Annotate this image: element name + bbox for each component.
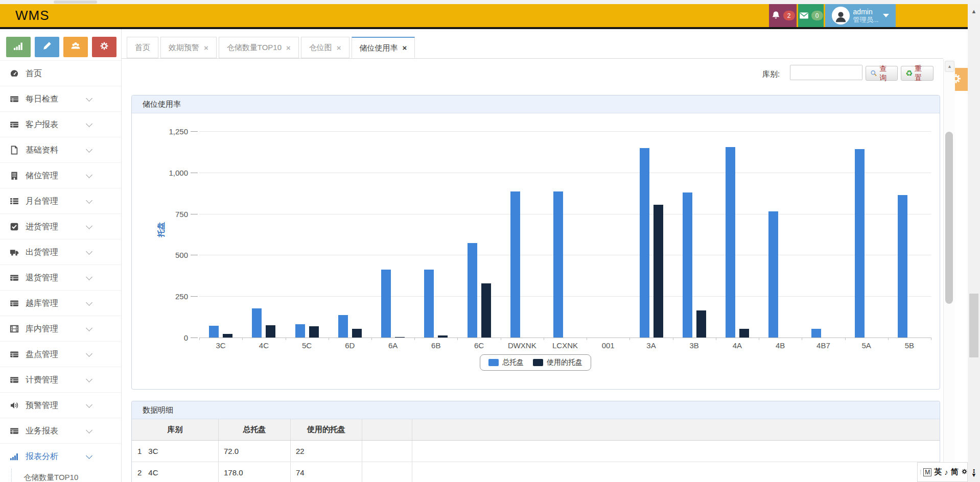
chevron-down-icon [86, 146, 92, 153]
sidebar-item-出货管理[interactable]: 出货管理 [0, 239, 121, 265]
x-tick [457, 338, 458, 340]
chevron-down-icon [86, 223, 92, 229]
sidebar-item-预警管理[interactable]: 预警管理 [0, 392, 121, 418]
x-tick [802, 338, 802, 340]
list-icon [9, 197, 20, 206]
toolbar-settings-button[interactable] [92, 37, 116, 57]
legend-swatch [488, 359, 499, 366]
sidebar-divider [121, 29, 122, 482]
tab-储位使用率[interactable]: 储位使用率× [352, 37, 415, 58]
sidebar-item-库内管理[interactable]: 库内管理 [0, 316, 121, 342]
toolbar-analytics-button[interactable] [6, 37, 31, 57]
table-row[interactable]: 24C 178.0 74 [132, 462, 940, 482]
x-category-label: 3A [646, 341, 656, 350]
x-category-label: 3C [216, 341, 226, 350]
ime-drag-handle[interactable]: ⁞ [920, 469, 921, 476]
y-tick [191, 296, 198, 297]
ime-language-bar[interactable]: ⁞ M英♪简⋮ [917, 462, 968, 482]
chevron-down-icon [86, 325, 92, 331]
sidebar-item-进货管理[interactable]: 进货管理 [0, 213, 121, 239]
browser-scroll-up-arrow[interactable]: ▲ [968, 8, 980, 14]
recycle-icon: ♻ [905, 69, 913, 78]
legend-item[interactable]: 总托盘 [488, 358, 524, 367]
user-menu[interactable]: admin 管理员... [825, 4, 896, 27]
table-row[interactable]: 13C 72.0 22 [132, 441, 940, 462]
tab-仓储数量TOP10[interactable]: 仓储数量TOP10× [219, 37, 299, 58]
notifications-button[interactable]: 2 [769, 4, 797, 27]
sidebar-item-储位管理[interactable]: 储位管理 [0, 162, 121, 188]
ime-item[interactable]: ♪ [944, 468, 948, 476]
chart-legend: 总托盘使用的托盘 [480, 354, 591, 371]
col-header-kubie[interactable]: 库别 [132, 419, 219, 440]
chevron-down-icon [86, 248, 92, 255]
messages-button[interactable]: 0 [798, 4, 824, 27]
y-axis-title: 托盘 [156, 220, 166, 237]
browser-scrollbar[interactable]: ▲ ▼ [968, 4, 980, 482]
tab-仓位图[interactable]: 仓位图× [301, 37, 349, 58]
bar-4A-使用的托盘 [739, 329, 749, 338]
toolbar-edit-button[interactable] [35, 37, 59, 57]
col-header-total[interactable]: 总托盘 [219, 419, 291, 440]
ime-item[interactable]: 英 [934, 467, 942, 477]
table-icon [9, 273, 20, 282]
tab-首页[interactable]: 首页 [127, 37, 158, 58]
sidebar-item-退货管理[interactable]: 退货管理 [0, 264, 121, 291]
toolbar-users-button[interactable] [63, 37, 88, 57]
close-icon[interactable]: × [204, 44, 208, 52]
x-category-label: LCXNK [552, 341, 578, 350]
sidebar-submenu-item-top10[interactable]: 仓储数量TOP10 [0, 469, 121, 482]
bar-3B-总托盘 [683, 192, 692, 338]
content-scrollbar-thumb[interactable] [945, 132, 953, 304]
sidebar-item-基础资料[interactable]: 基础资料 [0, 137, 121, 163]
ime-item[interactable]: 简 [951, 467, 959, 477]
browser-scrollbar-thumb[interactable] [969, 294, 978, 357]
close-icon[interactable]: × [286, 44, 291, 52]
bar-3A-总托盘 [640, 148, 649, 338]
x-category-label: DWXNK [508, 341, 536, 350]
table-icon [9, 94, 20, 104]
sidebar-item-客户报表[interactable]: 客户报表 [0, 111, 121, 137]
sidebar-item-每日检查[interactable]: 每日检查 [0, 86, 121, 112]
x-tick [759, 338, 759, 340]
sidebar-item-报表分析[interactable]: 报表分析 [0, 443, 121, 469]
cell-kubie: 4C [148, 468, 158, 477]
reset-button[interactable]: ♻ 重置 [901, 66, 934, 81]
bar-6D-总托盘 [338, 315, 348, 338]
warehouse-filter-input[interactable] [790, 65, 862, 80]
sidebar-item-越库管理[interactable]: 越库管理 [0, 290, 121, 316]
col-header-used[interactable]: 使用的托盘 [291, 419, 362, 440]
scroll-up-arrow[interactable]: ▲ [945, 61, 954, 72]
bar-4B-总托盘 [768, 211, 778, 338]
cell-used: 22 [291, 441, 362, 462]
chevron-down-icon [86, 120, 92, 127]
sidebar-item-首页[interactable]: 首页 [0, 60, 121, 86]
legend-item[interactable]: 使用的托盘 [533, 358, 582, 367]
username: admin [853, 8, 879, 16]
chevron-down-icon [883, 14, 889, 17]
sidebar-item-计费管理[interactable]: 计费管理 [0, 367, 121, 393]
sidebar-item-业务报表[interactable]: 业务报表 [0, 418, 121, 444]
sidebar-item-盘点管理[interactable]: 盘点管理 [0, 341, 121, 367]
check-icon [9, 222, 20, 231]
bar-6C-总托盘 [468, 243, 477, 338]
content-scrollbar[interactable]: ▲ [943, 59, 955, 482]
ime-more[interactable]: ⋮ [970, 468, 978, 477]
close-icon[interactable]: × [403, 44, 407, 52]
cell-used: 74 [291, 462, 362, 482]
table-icon [9, 350, 20, 359]
chevron-down-icon [86, 427, 92, 433]
sidebar-item-月台管理[interactable]: 月台管理 [0, 188, 121, 214]
close-icon[interactable]: × [337, 44, 341, 52]
tab-效期预警[interactable]: 效期预警× [160, 37, 217, 58]
bar-3C-总托盘 [209, 326, 219, 338]
x-tick [501, 338, 501, 340]
x-tick [371, 338, 372, 340]
gear-icon[interactable] [961, 468, 968, 477]
pencil-icon [42, 41, 52, 53]
bar-5C-使用的托盘 [309, 326, 319, 338]
search-button[interactable]: 查询 [866, 66, 898, 81]
x-category-label: 6C [474, 341, 484, 350]
chart-icon [9, 452, 20, 461]
ime-item[interactable]: M [923, 468, 931, 476]
y-tick-label: 1,000 [157, 168, 188, 177]
